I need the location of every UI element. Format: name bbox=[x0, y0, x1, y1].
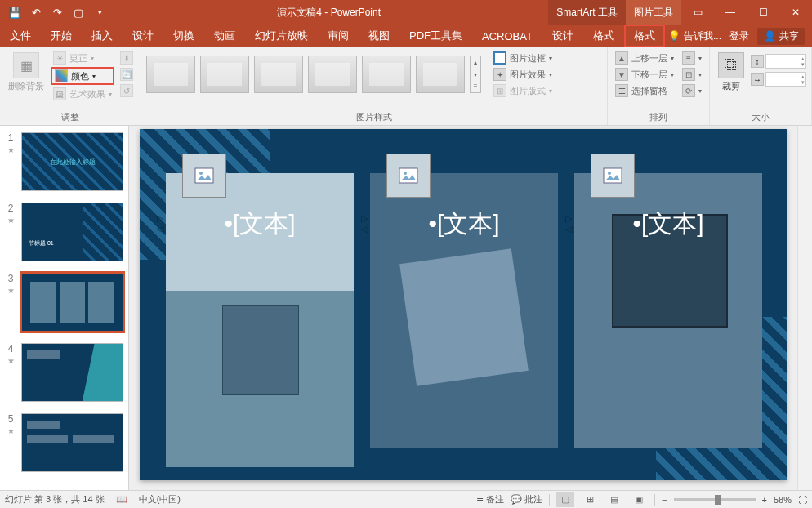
slide-number: 2 bbox=[8, 203, 14, 214]
zoom-in-button[interactable]: + bbox=[762, 495, 767, 505]
slideshow-view-icon[interactable]: ▣ bbox=[630, 492, 648, 507]
style-thumb[interactable] bbox=[146, 56, 195, 93]
text-placeholder-3[interactable]: •[文本] bbox=[574, 207, 762, 241]
picture-border-button[interactable]: 图片边框▾ bbox=[491, 51, 555, 65]
tab-design2[interactable]: 设计 bbox=[542, 25, 583, 47]
style-thumb[interactable] bbox=[254, 56, 303, 93]
style-thumb[interactable] bbox=[416, 56, 465, 93]
align-button[interactable]: ≡▾ bbox=[680, 51, 704, 65]
language-status[interactable]: 中文(中国) bbox=[139, 493, 181, 506]
picture-placeholder-icon[interactable] bbox=[591, 154, 635, 198]
redo-icon[interactable]: ↷ bbox=[47, 2, 67, 22]
qat-more-icon[interactable]: ▾ bbox=[90, 2, 109, 22]
undo-icon[interactable]: ↶ bbox=[26, 2, 46, 22]
group-button[interactable]: ⊡▾ bbox=[680, 67, 704, 82]
send-backward-button[interactable]: ▼下移一层▾ bbox=[613, 67, 676, 82]
slide-thumb-preview[interactable]: 节标题 01 bbox=[21, 203, 123, 261]
tab-format2[interactable]: 格式 bbox=[624, 25, 665, 47]
corrections-button[interactable]: ☀更正▾ bbox=[51, 51, 114, 65]
sorter-view-icon[interactable]: ⊞ bbox=[581, 492, 599, 507]
tab-design[interactable]: 设计 bbox=[123, 25, 163, 47]
group-adjust: ▦ 删除背景 ☀更正▾ 颜色▾ 🖼艺术效果▾ ⬇ 🔄 ↺ 调整 bbox=[0, 47, 141, 125]
close-icon[interactable]: ✕ bbox=[779, 0, 812, 25]
text-placeholder-2[interactable]: •[文本] bbox=[370, 207, 558, 241]
context-tab-picture: 图片工具 bbox=[626, 0, 681, 25]
picture-placeholder-icon[interactable] bbox=[386, 154, 431, 198]
share-icon: 👤 bbox=[764, 30, 776, 42]
normal-view-icon[interactable]: ▢ bbox=[556, 492, 574, 507]
artistic-effects-button[interactable]: 🖼艺术效果▾ bbox=[51, 87, 114, 101]
height-input[interactable] bbox=[765, 54, 806, 69]
tab-transitions[interactable]: 切换 bbox=[163, 25, 204, 47]
window-title: 演示文稿4 - PowerPoint bbox=[109, 6, 548, 20]
slide-thumb-preview[interactable]: 在此处输入标题 bbox=[21, 132, 123, 191]
text-placeholder-1[interactable]: •[文本] bbox=[166, 207, 354, 241]
start-from-beginning-icon[interactable]: ▢ bbox=[69, 2, 88, 22]
slide-thumb-3[interactable]: 3★ bbox=[5, 273, 123, 332]
fit-to-window-icon[interactable]: ⛶ bbox=[798, 495, 807, 505]
slide-thumb-1[interactable]: 1★ 在此处输入标题 bbox=[5, 132, 123, 191]
tell-me[interactable]: 💡告诉我... bbox=[668, 29, 721, 43]
slide-panel[interactable]: 1★ 在此处输入标题 2★ 节标题 01 3★ 4★ 5★ bbox=[0, 126, 129, 490]
tab-slideshow[interactable]: 幻灯片放映 bbox=[245, 25, 318, 47]
tab-file[interactable]: 文件 bbox=[0, 25, 41, 47]
style-thumb[interactable] bbox=[200, 56, 249, 93]
crop-button[interactable]: ⿻ 裁剪 bbox=[715, 51, 747, 94]
remove-background-button[interactable]: ▦ 删除背景 bbox=[5, 51, 47, 94]
slide-thumb-2[interactable]: 2★ 节标题 01 bbox=[5, 203, 123, 261]
tab-acrobat[interactable]: ACROBAT bbox=[472, 25, 542, 47]
style-thumb[interactable] bbox=[362, 56, 411, 93]
picture-placeholder-icon[interactable] bbox=[182, 154, 226, 198]
style-gallery[interactable]: ▴▾≡ bbox=[146, 56, 481, 93]
tab-format1[interactable]: 格式 bbox=[583, 25, 624, 47]
zoom-out-button[interactable]: − bbox=[662, 495, 667, 505]
change-picture-button[interactable]: 🔄 bbox=[118, 67, 136, 82]
notes-button[interactable]: ≐ 备注 bbox=[476, 493, 504, 506]
spellcheck-icon[interactable]: 📖 bbox=[116, 494, 127, 505]
slide-thumb-4[interactable]: 4★ bbox=[5, 343, 123, 402]
slide-thumb-5[interactable]: 5★ bbox=[5, 413, 123, 472]
selection-pane-button[interactable]: ☰选择窗格 bbox=[613, 83, 676, 98]
style-thumb[interactable] bbox=[308, 56, 357, 93]
picture-effects-button[interactable]: ✦图片效果▾ bbox=[491, 67, 555, 82]
reset-picture-button[interactable]: ↺ bbox=[118, 83, 136, 98]
tab-review[interactable]: 审阅 bbox=[318, 25, 359, 47]
slide-counter[interactable]: 幻灯片 第 3 张，共 14 张 bbox=[5, 493, 105, 506]
width-input[interactable] bbox=[765, 72, 806, 87]
tab-insert[interactable]: 插入 bbox=[82, 25, 123, 47]
tab-home[interactable]: 开始 bbox=[41, 25, 82, 47]
zoom-thumb[interactable] bbox=[715, 495, 721, 505]
corrections-icon: ☀ bbox=[53, 51, 66, 65]
slide-thumb-preview[interactable] bbox=[21, 343, 123, 402]
zoom-slider[interactable] bbox=[674, 498, 756, 501]
layout-icon: ⊞ bbox=[493, 84, 506, 97]
save-icon[interactable]: 💾 bbox=[5, 2, 25, 22]
vertical-scrollbar[interactable] bbox=[797, 126, 812, 490]
rotate-button[interactable]: ⟳▾ bbox=[680, 83, 704, 98]
slide-thumb-preview[interactable] bbox=[21, 413, 123, 472]
color-button[interactable]: 颜色▾ bbox=[51, 67, 114, 85]
picture-layout-button[interactable]: ⊞图片版式▾ bbox=[491, 83, 555, 98]
maximize-icon[interactable]: ☐ bbox=[747, 0, 779, 25]
slide-thumb-preview[interactable] bbox=[21, 273, 123, 332]
ribbon-options-icon[interactable]: ▭ bbox=[681, 0, 714, 25]
share-button[interactable]: 👤共享 bbox=[757, 28, 805, 45]
zoom-level[interactable]: 58% bbox=[774, 495, 792, 505]
share-label: 共享 bbox=[779, 29, 799, 43]
svg-point-5 bbox=[608, 172, 611, 175]
reading-view-icon[interactable]: ▤ bbox=[605, 492, 623, 507]
tab-pdf[interactable]: PDF工具集 bbox=[399, 25, 472, 47]
compress-button[interactable]: ⬇ bbox=[118, 51, 136, 65]
slide-canvas[interactable]: ▷◁ ▷◁ ▷◁ •[文本] •[文本] •[文本] bbox=[140, 129, 787, 480]
slide-editor[interactable]: ▷◁ ▷◁ ▷◁ •[文本] •[文本] •[文本] bbox=[129, 126, 797, 490]
gallery-more-button[interactable]: ▴▾≡ bbox=[470, 56, 481, 93]
bring-forward-button[interactable]: ▲上移一层▾ bbox=[613, 51, 676, 65]
group-styles-label: 图片样式 bbox=[146, 109, 602, 123]
minimize-icon[interactable]: — bbox=[714, 0, 747, 25]
tab-animations[interactable]: 动画 bbox=[204, 25, 245, 47]
tab-view[interactable]: 视图 bbox=[359, 25, 399, 47]
comments-button[interactable]: 💬 批注 bbox=[511, 493, 542, 506]
signin-button[interactable]: 登录 bbox=[725, 29, 754, 43]
comments-label: 批注 bbox=[524, 494, 542, 504]
svg-point-1 bbox=[199, 172, 203, 175]
